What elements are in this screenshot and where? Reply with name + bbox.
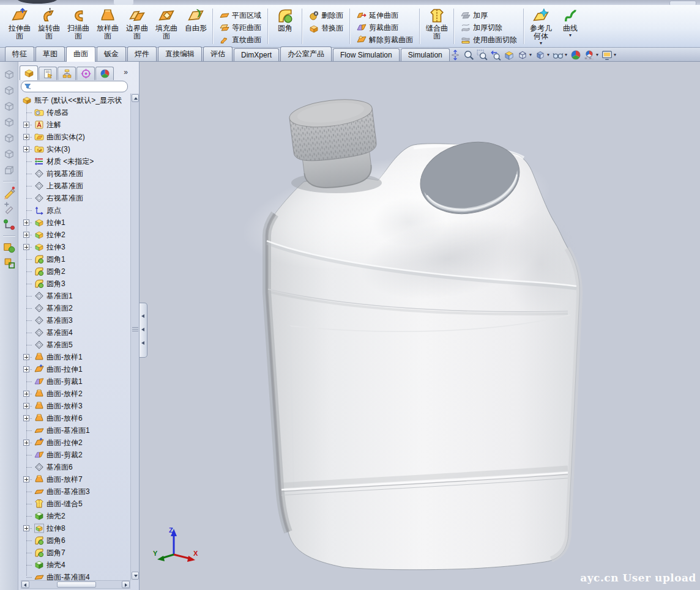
tab-办公室产品[interactable]: 办公室产品 xyxy=(280,46,332,61)
dropdown-arrow-icon[interactable]: ▾ xyxy=(540,41,542,46)
tree-item[interactable]: 曲面实体(2) xyxy=(18,131,130,143)
tree-item[interactable]: 材质 <未指定> xyxy=(18,155,130,168)
dimxpertmanager-tab[interactable] xyxy=(76,67,95,80)
tree-item-root[interactable]: 瓶子 (默认<<默认>_显示状 xyxy=(18,94,130,106)
expand-button[interactable] xyxy=(23,232,29,238)
tree-horizontal-scrollbar[interactable] xyxy=(21,580,130,589)
freeform-button[interactable]: 自由形 xyxy=(181,7,210,46)
surface-tool-b-button[interactable] xyxy=(2,256,16,270)
delete-face-button[interactable]: 删除面 xyxy=(307,9,345,22)
tree-item[interactable]: 原点 xyxy=(18,204,130,216)
tab-特征[interactable]: 特征 xyxy=(5,46,34,61)
boundary-surface-button[interactable]: 边界曲面 xyxy=(122,7,152,46)
tree-item[interactable]: 前视基准面 xyxy=(18,168,130,180)
tree-item[interactable]: 曲面-拉伸2 xyxy=(18,437,130,449)
tree-item[interactable]: 抽壳4 xyxy=(18,559,130,571)
lofted-surface-button[interactable]: 放样曲面 xyxy=(93,7,122,46)
propertymanager-tab[interactable] xyxy=(39,67,57,80)
tab-Simulation[interactable]: Simulation xyxy=(401,48,450,61)
expand-button[interactable] xyxy=(23,134,29,140)
extend-surface-button[interactable]: 延伸曲面 xyxy=(355,9,415,21)
swept-surface-button[interactable]: 扫描曲面 xyxy=(64,7,93,46)
tree-item[interactable]: 曲面-拉伸1 xyxy=(18,363,130,375)
tab-焊件[interactable]: 焊件 xyxy=(127,46,157,61)
tree-item[interactable]: 曲面-放样1 xyxy=(18,351,130,363)
tab-DimXpert[interactable]: DimXpert xyxy=(234,48,279,61)
view-cube-1-button[interactable] xyxy=(2,68,16,81)
tree-item[interactable]: 基准面4 xyxy=(18,326,130,339)
zoom-fit-button[interactable] xyxy=(463,50,474,61)
app-logo[interactable] xyxy=(17,0,58,4)
dropdown-arrow-icon[interactable]: ▾ xyxy=(614,52,616,57)
edit-appearance-button[interactable] xyxy=(570,50,581,61)
scroll-up-button[interactable] xyxy=(132,94,139,102)
dropdown-arrow-icon[interactable]: ▾ xyxy=(529,52,532,57)
tree-item[interactable]: 实体(3) xyxy=(18,143,130,155)
featuremanager-tree-tab[interactable] xyxy=(20,65,38,80)
tree-item[interactable]: 曲面-剪裁1 xyxy=(18,375,130,388)
thicken-button[interactable]: 加厚 xyxy=(459,9,519,21)
tree-item[interactable]: 曲面-放样6 xyxy=(18,412,130,424)
graphics-viewport[interactable]: Z X Y ayc.cn User upload xyxy=(140,62,700,590)
tab-Flow Simulation[interactable]: Flow Simulation xyxy=(333,48,400,61)
panel-overflow-button[interactable]: » xyxy=(124,68,128,76)
view-cube-7-button[interactable] xyxy=(2,163,16,177)
tree-item[interactable]: 曲面-放样2 xyxy=(18,388,130,400)
panel-collapse-handle[interactable] xyxy=(140,303,147,358)
tree-item[interactable]: 右视基准面 xyxy=(18,192,130,204)
previous-view-button[interactable] xyxy=(490,50,501,61)
3d-sketch-button[interactable] xyxy=(2,202,16,215)
expand-button[interactable] xyxy=(23,415,29,421)
scroll-down-button[interactable] xyxy=(132,572,139,580)
dropdown-arrow-icon[interactable]: ▾ xyxy=(547,52,549,57)
knit-surface-button[interactable]: 缝合曲面 xyxy=(422,7,452,46)
view-cube-4-button[interactable] xyxy=(2,116,16,129)
tab-曲面[interactable]: 曲面 xyxy=(66,46,95,62)
tree-item[interactable]: 曲面-放样7 xyxy=(18,473,130,485)
tree-item[interactable]: 圆角3 xyxy=(18,278,130,290)
trim-surface-button[interactable]: 剪裁曲面 xyxy=(355,21,415,34)
tree-item[interactable]: 曲面-放样3 xyxy=(18,400,130,412)
tree-item[interactable]: 拉伸8 xyxy=(18,522,130,534)
expand-button[interactable] xyxy=(23,476,29,482)
mate-button[interactable] xyxy=(2,218,16,231)
tree-item[interactable]: 圆角7 xyxy=(18,547,130,559)
tree-filter-input[interactable] xyxy=(21,81,128,92)
section-view-button[interactable] xyxy=(504,50,515,61)
scrollbar-thumb[interactable] xyxy=(57,581,96,588)
tree-item[interactable]: 拉伸2 xyxy=(18,229,130,241)
fillet-button[interactable]: 圆角 xyxy=(270,7,300,46)
tree-item[interactable]: 曲面-基准面3 xyxy=(18,485,130,498)
tree-item[interactable]: 基准面6 xyxy=(18,461,130,473)
view-cube-2-button[interactable] xyxy=(2,84,16,97)
apply-scene-button[interactable] xyxy=(584,50,595,61)
scroll-left-button[interactable] xyxy=(21,581,29,588)
extruded-surface-button[interactable]: 拉伸曲面 xyxy=(5,7,34,46)
tree-item[interactable]: 基准面2 xyxy=(18,302,130,314)
view-cube-5-button[interactable] xyxy=(2,131,16,145)
tree-item[interactable]: 上视基准面 xyxy=(18,180,130,192)
sketch-button[interactable] xyxy=(2,186,16,199)
tree-item[interactable]: 注解 xyxy=(18,119,130,131)
tree-item[interactable]: 曲面-剪裁2 xyxy=(18,449,130,461)
tree-item[interactable]: 圆角1 xyxy=(18,253,130,265)
expand-button[interactable] xyxy=(23,244,29,250)
tree-vertical-scrollbar[interactable] xyxy=(130,94,139,580)
tab-直接编辑[interactable]: 直接编辑 xyxy=(158,46,202,61)
expand-button[interactable] xyxy=(23,440,29,446)
tree-item[interactable]: 曲面-基准面1 xyxy=(18,424,130,437)
scroll-right-button[interactable] xyxy=(122,581,130,588)
tree-item[interactable]: 基准面3 xyxy=(18,314,130,326)
tree-item[interactable]: 基准面1 xyxy=(18,290,130,302)
view-cube-6-button[interactable] xyxy=(2,147,16,161)
dropdown-arrow-icon[interactable]: ▾ xyxy=(565,52,567,57)
tab-评估[interactable]: 评估 xyxy=(203,46,233,61)
tree-item[interactable]: 拉伸3 xyxy=(18,241,130,253)
untrim-surface-button[interactable]: 解除剪裁曲面 xyxy=(355,34,415,46)
tree-item[interactable]: 曲面-缝合5 xyxy=(18,498,130,510)
curves-button[interactable]: 曲线▾ xyxy=(556,7,585,46)
tree-item[interactable]: 基准面5 xyxy=(18,339,130,351)
tab-钣金[interactable]: 钣金 xyxy=(97,46,126,61)
tree-item[interactable]: 圆角6 xyxy=(18,534,130,547)
expand-button[interactable] xyxy=(23,146,29,152)
